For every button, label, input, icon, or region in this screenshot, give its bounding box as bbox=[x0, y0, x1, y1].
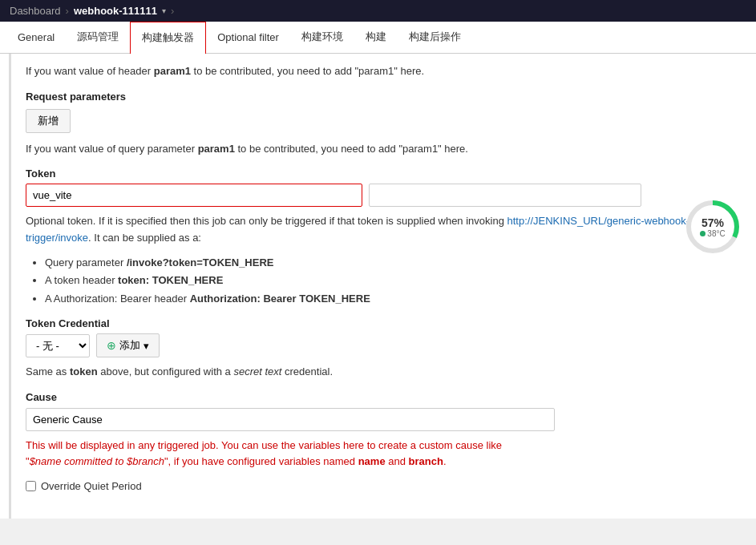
token-note: Optional token. If it is specified then … bbox=[26, 213, 740, 247]
left-gutter bbox=[0, 54, 11, 519]
cause-label: Cause bbox=[26, 391, 740, 403]
quiet-period-label: Override Quiet Period bbox=[41, 480, 142, 492]
bullet-list: Query parameter /invoke?token=TOKEN_HERE… bbox=[26, 255, 740, 307]
gauge-widget: 57% 38°C bbox=[684, 198, 742, 256]
token-credential-label: Token Credential bbox=[26, 317, 740, 329]
quiet-period-row: Override Quiet Period bbox=[26, 480, 740, 492]
bullet-item-2: A token header token: TOKEN_HERE bbox=[45, 272, 740, 289]
gauge-temp-dot bbox=[700, 231, 705, 236]
tabs-bar: General 源码管理 构建触发器 Optional filter 构建环境 … bbox=[0, 22, 756, 54]
add-btn-label: 添加 bbox=[119, 338, 140, 353]
request-params-title: Request parameters bbox=[26, 91, 740, 103]
tab-post-build[interactable]: 构建后操作 bbox=[398, 22, 472, 54]
content-area: If you want value of header param1 to be… bbox=[0, 54, 756, 519]
cause-note: This will be displayed in any triggered … bbox=[26, 438, 740, 471]
token-label: Token bbox=[26, 168, 740, 180]
credential-select[interactable]: - 无 - bbox=[26, 334, 90, 357]
header-note: If you want value of header param1 to be… bbox=[26, 63, 740, 79]
breadcrumb-arrow-2: › bbox=[171, 5, 174, 17]
cause-input[interactable] bbox=[26, 408, 555, 431]
credential-row: - 无 - ⊕ 添加 ▾ bbox=[26, 333, 740, 357]
bullet-item-1: Query parameter /invoke?token=TOKEN_HERE bbox=[45, 255, 740, 271]
tab-optional-filter[interactable]: Optional filter bbox=[206, 22, 290, 54]
param-note-bold: param1 bbox=[198, 143, 235, 155]
add-dropdown-arrow: ▾ bbox=[144, 340, 149, 352]
top-bar: Dashboard › webhook-111111 ▾ › bbox=[0, 0, 756, 22]
project-dropdown-arrow[interactable]: ▾ bbox=[162, 6, 166, 15]
token-field-row bbox=[26, 184, 740, 207]
gauge-temp: 38°C bbox=[700, 229, 725, 238]
cred-note: Same as token above, but configured with… bbox=[26, 364, 740, 380]
quiet-period-checkbox[interactable] bbox=[26, 481, 36, 491]
bullet-item-3: A Authorization: Bearer header Authoriza… bbox=[45, 291, 740, 307]
breadcrumb-dashboard[interactable]: Dashboard bbox=[10, 5, 61, 17]
new-param-button[interactable]: 新增 bbox=[26, 109, 71, 133]
tab-general[interactable]: General bbox=[6, 22, 66, 54]
param-note: If you want value of query parameter par… bbox=[26, 141, 740, 157]
gauge-percent: 57% bbox=[701, 216, 724, 229]
tab-build[interactable]: 构建 bbox=[354, 22, 398, 54]
tab-trigger[interactable]: 构建触发器 bbox=[130, 22, 206, 54]
token-input[interactable] bbox=[26, 184, 362, 207]
tab-source[interactable]: 源码管理 bbox=[66, 22, 130, 54]
invoke-link[interactable]: http://JENKINS_URL/generic-webhook-trigg… bbox=[26, 215, 689, 244]
add-icon: ⊕ bbox=[107, 339, 116, 352]
token-input-secondary[interactable] bbox=[369, 184, 641, 207]
breadcrumb-project[interactable]: webhook-111111 bbox=[74, 5, 157, 17]
breadcrumb-arrow-1: › bbox=[66, 5, 69, 17]
add-credential-button[interactable]: ⊕ 添加 ▾ bbox=[96, 333, 160, 357]
main-content: If you want value of header param1 to be… bbox=[16, 63, 740, 492]
tab-env[interactable]: 构建环境 bbox=[290, 22, 354, 54]
